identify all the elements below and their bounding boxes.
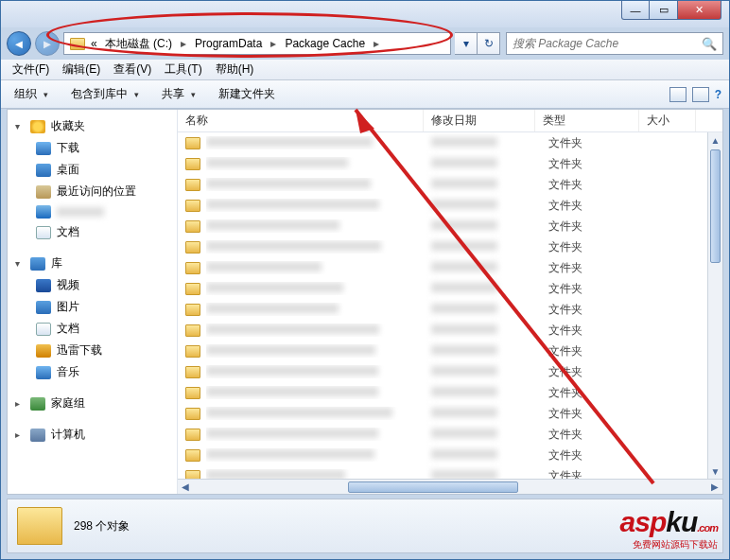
cloud-icon [36, 205, 51, 219]
table-row[interactable]: 文件夹 [178, 195, 722, 216]
file-date [431, 448, 543, 462]
chevron-right-icon[interactable]: ▸ [268, 37, 279, 50]
vertical-scrollbar[interactable]: ▲ ▼ [707, 132, 722, 479]
breadcrumb-seg[interactable]: ProgramData [193, 37, 264, 50]
sidebar-recent[interactable]: 最近访问的位置 [8, 181, 177, 202]
window-minimize-button[interactable]: — [621, 1, 650, 20]
scroll-down-icon[interactable]: ▼ [708, 464, 722, 479]
sidebar-xunlei[interactable]: 迅雷下载 [8, 340, 177, 361]
file-date [431, 261, 543, 274]
file-type: 文件夹 [548, 239, 652, 255]
recent-icon [36, 185, 51, 199]
table-row[interactable]: 文件夹 [178, 174, 722, 195]
scroll-thumb[interactable] [348, 481, 518, 493]
column-type[interactable]: 类型 [535, 110, 639, 131]
file-type: 文件夹 [548, 198, 652, 214]
scroll-left-icon[interactable]: ◀ [178, 480, 193, 495]
breadcrumb-drive[interactable]: 本地磁盘 (C:) [103, 36, 174, 52]
menu-tools[interactable]: 工具(T) [159, 60, 207, 79]
menu-help[interactable]: 帮助(H) [210, 60, 260, 79]
scroll-right-icon[interactable]: ▶ [707, 480, 722, 495]
folder-icon [185, 408, 200, 420]
sidebar-documents[interactable]: 文档 [8, 318, 177, 340]
chevron-right-icon[interactable]: ▸ [371, 37, 382, 50]
sidebar-music[interactable]: 音乐 [8, 361, 177, 383]
chevron-right-icon[interactable]: ▸ [178, 37, 189, 50]
help-icon[interactable]: ? [715, 88, 721, 101]
menu-file[interactable]: 文件(F) [7, 60, 55, 79]
table-row[interactable]: 文件夹 [178, 424, 722, 445]
column-size[interactable]: 大小 [639, 110, 696, 131]
address-bar[interactable]: « 本地磁盘 (C:) ▸ ProgramData ▸ Package Cach… [63, 32, 451, 55]
organize-button[interactable]: 组织 [9, 83, 54, 105]
folder-icon [185, 387, 200, 399]
table-row[interactable]: 文件夹 [178, 320, 722, 341]
folder-icon [185, 200, 200, 212]
file-type: 文件夹 [548, 219, 652, 235]
music-icon [36, 366, 51, 379]
sidebar-desktop[interactable]: 桌面 [8, 159, 177, 181]
table-row[interactable]: 文件夹 [178, 153, 722, 174]
table-row[interactable]: 文件夹 [178, 278, 722, 299]
table-row[interactable]: 文件夹 [178, 216, 722, 236]
column-name[interactable]: 名称 [178, 110, 424, 131]
file-date [431, 303, 543, 316]
nav-back-button[interactable]: ◄ [7, 31, 31, 56]
sidebar-favorites[interactable]: ▾收藏夹 [8, 115, 177, 137]
sidebar-computer[interactable]: ▸计算机 [8, 424, 177, 446]
table-row[interactable]: 文件夹 [178, 445, 722, 465]
table-row[interactable]: 文件夹 [178, 361, 722, 382]
nav-forward-button[interactable]: ► [35, 31, 60, 56]
table-row[interactable]: 文件夹 [178, 299, 722, 320]
column-date[interactable]: 修改日期 [424, 110, 535, 131]
folder-icon [185, 241, 200, 254]
sidebar-videos[interactable]: 视频 [8, 274, 177, 296]
document-icon [36, 323, 51, 336]
desktop-icon [36, 164, 51, 177]
table-row[interactable]: 文件夹 [178, 382, 722, 403]
include-in-library-button[interactable]: 包含到库中 [65, 83, 145, 105]
scroll-thumb[interactable] [710, 149, 721, 263]
menu-view[interactable]: 查看(V) [108, 60, 157, 79]
sidebar-pictures[interactable]: 图片 [8, 296, 177, 318]
table-row[interactable]: 文件夹 [178, 236, 722, 257]
computer-icon [30, 429, 45, 442]
file-type: 文件夹 [548, 302, 652, 318]
sidebar-downloads[interactable]: 下载 [8, 137, 177, 159]
file-date [431, 365, 543, 378]
view-options-button[interactable] [669, 87, 687, 102]
sidebar-libraries[interactable]: ▾库 [8, 253, 177, 274]
window-close-button[interactable]: ✕ [678, 1, 721, 20]
file-date [431, 282, 543, 295]
search-box[interactable]: 🔍 [506, 32, 723, 55]
menu-edit[interactable]: 编辑(E) [57, 60, 106, 79]
new-folder-button[interactable]: 新建文件夹 [213, 83, 281, 105]
sidebar-documents[interactable]: 文档 [8, 221, 177, 243]
table-row[interactable]: 文件夹 [178, 403, 722, 424]
horizontal-scrollbar[interactable]: ◀ ▶ [178, 479, 722, 494]
table-row[interactable]: 文件夹 [178, 341, 722, 361]
picture-icon [36, 301, 51, 314]
table-row[interactable]: 文件夹 [178, 132, 722, 153]
table-row[interactable]: 文件夹 [178, 257, 722, 278]
address-dropdown-button[interactable]: ▾ [455, 32, 478, 55]
library-icon [30, 257, 45, 271]
toolbar: 组织 包含到库中 共享 新建文件夹 ? [1, 80, 729, 109]
file-type: 文件夹 [548, 385, 652, 401]
folder-icon [185, 137, 200, 149]
table-row[interactable]: 文件夹 [178, 465, 722, 479]
menubar: 文件(F) 编辑(E) 查看(V) 工具(T) 帮助(H) [1, 60, 729, 80]
search-input[interactable] [513, 37, 702, 50]
file-name [206, 178, 426, 191]
refresh-button[interactable]: ↻ [478, 32, 500, 55]
sidebar-item[interactable] [8, 202, 177, 221]
share-button[interactable]: 共享 [156, 83, 201, 105]
sidebar-homegroup[interactable]: ▸家庭组 [8, 393, 177, 414]
breadcrumb-seg[interactable]: Package Cache [283, 37, 367, 50]
scroll-up-icon[interactable]: ▲ [708, 132, 722, 148]
search-icon[interactable]: 🔍 [702, 37, 717, 51]
file-name [206, 344, 426, 358]
window-maximize-button[interactable]: ▭ [650, 1, 678, 20]
preview-pane-button[interactable] [692, 87, 709, 102]
file-name [206, 240, 426, 254]
